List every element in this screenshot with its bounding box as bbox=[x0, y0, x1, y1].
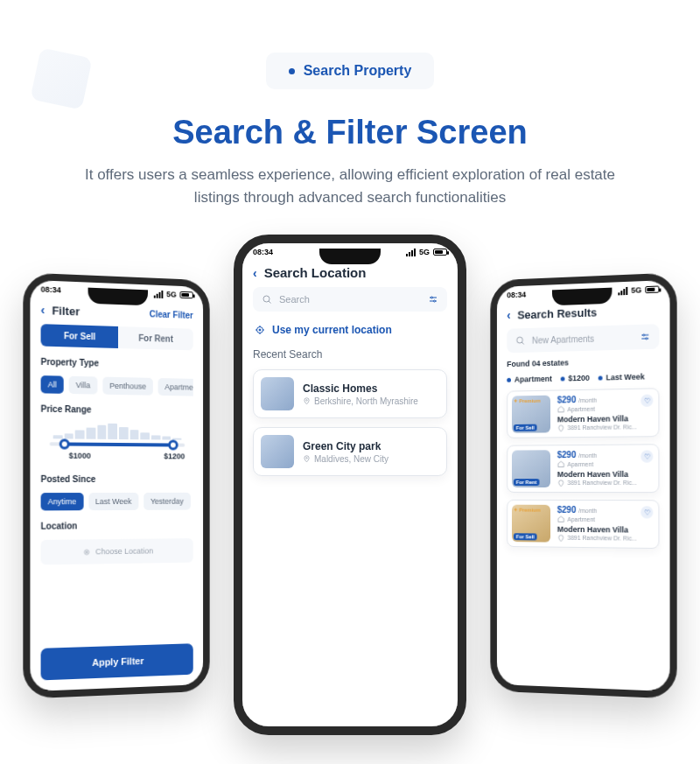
use-current-location-button[interactable]: Use my current location bbox=[253, 320, 447, 340]
chip-all[interactable]: All bbox=[41, 375, 64, 394]
phone-filter: 08:34 5G ‹ Filter Clear Filter For Sell … bbox=[23, 272, 209, 698]
recent-location: Maldives, New City bbox=[314, 454, 388, 464]
result-card[interactable]: ✦ PremiumFor Sell $290 /month Apartment … bbox=[507, 388, 659, 438]
battery-icon bbox=[645, 285, 659, 293]
result-card[interactable]: ✦ PremiumFor Sell $290 /month Apartment … bbox=[507, 500, 659, 549]
phone-search: 08:34 5G ‹ Search Location Search bbox=[234, 235, 466, 735]
pin-icon bbox=[557, 424, 565, 432]
recent-thumbnail bbox=[261, 435, 294, 468]
results-count: Found 04 estates bbox=[507, 356, 659, 368]
pin-icon bbox=[557, 535, 565, 543]
pin-icon bbox=[557, 480, 565, 487]
status-time: 08:34 bbox=[253, 248, 273, 256]
result-card[interactable]: For Rent $290 /month Aparment Modern Hav… bbox=[507, 444, 659, 493]
favorite-button[interactable]: ♡ bbox=[640, 506, 653, 518]
status-time: 08:34 bbox=[41, 284, 61, 294]
tab-for-rent[interactable]: For Rent bbox=[118, 326, 193, 350]
phone-results: 08:34 5G ‹ Search Results New Apartments… bbox=[490, 272, 676, 698]
recent-item[interactable]: Classic Homes Berkshire, North Myrashire bbox=[253, 369, 447, 418]
svg-point-7 bbox=[434, 300, 436, 302]
result-kind: Apartment bbox=[567, 516, 595, 522]
phones-stage: 08:34 5G ‹ Filter Clear Filter For Sell … bbox=[0, 235, 700, 764]
search-input[interactable]: New Apartments bbox=[507, 324, 659, 353]
hero-title: Search & Filter Screen bbox=[0, 114, 700, 151]
status-time: 08:34 bbox=[507, 291, 526, 300]
svg-point-1 bbox=[86, 551, 87, 553]
signal-icon bbox=[154, 290, 164, 298]
price-range-slider[interactable]: $1000 $1200 bbox=[41, 423, 193, 464]
crosshair-icon bbox=[255, 325, 265, 335]
tab-for-sell[interactable]: For Sell bbox=[41, 324, 118, 348]
back-button[interactable]: ‹ bbox=[507, 308, 510, 322]
chip-penthouse[interactable]: Penthouse bbox=[102, 377, 153, 396]
filter-chip[interactable]: $1200 bbox=[561, 374, 590, 383]
battery-icon bbox=[180, 291, 193, 298]
price-histogram bbox=[53, 423, 182, 440]
crosshair-icon bbox=[82, 548, 90, 556]
result-address: 3891 Ranchview Dr. Ric... bbox=[567, 424, 636, 432]
filter-chip[interactable]: Last Week bbox=[598, 372, 645, 382]
screen-title: Filter bbox=[52, 304, 80, 318]
filter-chip[interactable]: Apartment bbox=[507, 375, 552, 384]
listing-tag: For Sell bbox=[514, 533, 537, 540]
sliders-icon[interactable] bbox=[640, 332, 650, 343]
recent-thumbnail bbox=[261, 377, 294, 410]
result-name: Modern Haven Villa bbox=[557, 470, 654, 479]
chip-apartment[interactable]: Apartment bbox=[158, 378, 193, 396]
search-input[interactable]: Search bbox=[253, 287, 447, 312]
location-label: Location bbox=[41, 520, 193, 530]
listing-tag: For Rent bbox=[514, 479, 539, 486]
hero-pill: Search Property bbox=[266, 53, 435, 89]
signal-icon bbox=[618, 286, 627, 295]
recent-name: Classic Homes bbox=[303, 382, 418, 395]
svg-point-21 bbox=[646, 338, 648, 340]
home-icon bbox=[557, 515, 565, 523]
use-location-label: Use my current location bbox=[272, 324, 392, 336]
signal-icon bbox=[406, 249, 416, 256]
chip-last-week[interactable]: Last Week bbox=[88, 493, 138, 510]
sliders-icon[interactable] bbox=[428, 294, 438, 305]
result-thumbnail: ✦ PremiumFor Sell bbox=[512, 505, 550, 543]
status-bar: 08:34 5G bbox=[242, 243, 458, 258]
svg-point-6 bbox=[431, 297, 433, 298]
svg-point-9 bbox=[259, 329, 261, 331]
listing-tag: For Sell bbox=[514, 424, 537, 431]
network-label: 5G bbox=[419, 248, 430, 256]
pin-icon bbox=[303, 397, 311, 405]
result-address: 3891 Ranchview Dr. Ric... bbox=[567, 535, 636, 543]
bullet-icon bbox=[289, 68, 295, 74]
clear-filter-button[interactable]: Clear Filter bbox=[150, 309, 193, 320]
property-type-chips: All Villa Penthouse Apartment bbox=[41, 375, 193, 396]
screen-title: Search Results bbox=[517, 305, 597, 321]
recent-location: Berkshire, North Myrashire bbox=[314, 396, 418, 406]
hero: Search Property Search & Filter Screen I… bbox=[0, 0, 700, 210]
posted-since-chips: Anytime Last Week Yesterday bbox=[41, 493, 193, 511]
recent-name: Green City park bbox=[303, 440, 388, 452]
result-address: 3891 Ranchview Dr. Ric... bbox=[567, 480, 636, 487]
chip-yesterday[interactable]: Yesterday bbox=[144, 493, 190, 510]
property-type-label: Property Type bbox=[41, 357, 193, 370]
location-placeholder: Choose Location bbox=[95, 547, 153, 557]
result-name: Modern Haven Villa bbox=[557, 525, 654, 535]
back-button[interactable]: ‹ bbox=[41, 303, 46, 317]
search-icon bbox=[515, 335, 525, 346]
range-knob-max[interactable] bbox=[168, 440, 178, 451]
chip-anytime[interactable]: Anytime bbox=[41, 493, 84, 510]
home-icon bbox=[557, 405, 565, 413]
active-filter-chips: Apartment $1200 Last Week bbox=[507, 372, 659, 384]
chip-villa[interactable]: Villa bbox=[69, 376, 98, 395]
result-kind: Aparment bbox=[567, 461, 593, 467]
battery-icon bbox=[433, 249, 447, 256]
price-range-label: Price Range bbox=[41, 404, 193, 417]
choose-location-field[interactable]: Choose Location bbox=[41, 538, 193, 564]
apply-filter-button[interactable]: Apply Filter bbox=[41, 643, 193, 680]
favorite-button[interactable]: ♡ bbox=[640, 450, 653, 462]
recent-item[interactable]: Green City park Maldives, New City bbox=[253, 427, 447, 476]
range-knob-min[interactable] bbox=[60, 438, 70, 449]
pin-icon bbox=[303, 455, 311, 463]
result-price: $290 /month bbox=[557, 505, 654, 515]
back-button[interactable]: ‹ bbox=[253, 266, 257, 280]
svg-point-15 bbox=[306, 457, 308, 459]
search-icon bbox=[262, 294, 272, 305]
premium-badge: ✦ Premium bbox=[514, 507, 541, 513]
